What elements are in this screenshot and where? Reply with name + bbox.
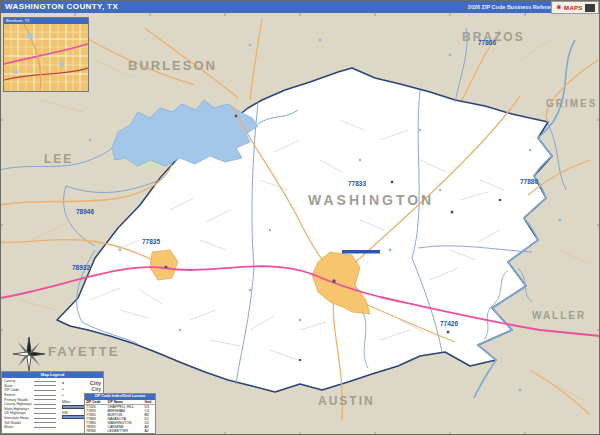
county-label-waller: WALLER	[532, 310, 586, 321]
legend-state-line	[34, 385, 56, 386]
zip-label-77866[interactable]: 77866	[478, 39, 496, 46]
legend-water-line	[34, 427, 56, 428]
scale-miles-label: Miles	[62, 400, 70, 404]
legend-item-label: Streets	[4, 393, 34, 397]
city-size-dot: ●	[62, 387, 64, 391]
zip-label-77426[interactable]: 77426	[440, 320, 458, 327]
inset-streets	[4, 24, 88, 91]
scale-km-label: KM	[62, 411, 67, 415]
city-size-dot: ●	[62, 394, 64, 397]
cell-zip: 78946	[85, 429, 107, 433]
legend-streets-line	[34, 395, 56, 396]
county-label-grimes: GRIMES	[546, 98, 597, 109]
zip-label-77833[interactable]: 77833	[348, 180, 366, 187]
legend-state-hwy-line	[34, 408, 56, 409]
legend-item-label: Interstate Hwys.	[4, 416, 34, 420]
map-page: { "header": { "title": "WASHINGTON COUNT…	[0, 0, 600, 435]
zip-code-index: ZIP Code Index/Grid Locator ZIP Code ZIP…	[84, 393, 156, 434]
legend-interstate-line	[34, 418, 56, 419]
legend-item-label: Primary Roads	[4, 398, 34, 402]
legend-item-label: Toll Roads	[4, 421, 34, 425]
map-title: WASHINGTON COUNTY, TX	[0, 2, 118, 11]
city-sample-medium: City	[92, 386, 101, 392]
legend-county-line	[34, 381, 56, 382]
legend-item-label: Water	[4, 425, 34, 429]
legend-item-label: US Highways	[4, 411, 34, 415]
brand-name: MAPS	[564, 5, 583, 11]
legend-item-label: County	[4, 379, 34, 383]
zip-index-header-row: ZIP Code ZIP Name Grid	[85, 400, 155, 405]
legend-symbol-list: County State ZIP Code Streets Primary Ro…	[2, 378, 61, 430]
compass-rose	[12, 336, 46, 372]
county-label-austin: AUSTIN	[318, 394, 375, 408]
city-size-dot: ●	[62, 381, 64, 385]
legend-item-label: ZIP Code	[4, 388, 34, 392]
city-inset-map[interactable]: Brenham, TX	[3, 17, 89, 92]
cell-name: LEDBETTER	[107, 429, 144, 433]
county-map-canvas	[0, 0, 600, 435]
legend-item-label: County Highways	[4, 402, 34, 406]
county-label-washington: WASHINGTON	[308, 192, 434, 208]
zip-label-77880[interactable]: 77880	[520, 178, 538, 185]
zip-index-row[interactable]: 77426CHAPPELL HILLD3	[85, 404, 155, 409]
legend-primary-line	[34, 399, 56, 400]
zip-index-title: ZIP Code Index/Grid Locator	[85, 394, 155, 400]
legend-item-label: State Highways	[4, 407, 34, 411]
legend-item-label: State	[4, 384, 34, 388]
brand-text-block	[585, 4, 595, 12]
business-route-bar	[342, 250, 380, 254]
zip-index-row[interactable]: 78946LEDBETTERA2	[85, 429, 155, 433]
zip-label-77835[interactable]: 77835	[142, 238, 160, 245]
legend-us-hwy-line	[34, 413, 56, 414]
county-label-fayette: FAYETTE	[48, 344, 119, 359]
cell-grid: A2	[143, 429, 155, 433]
county-label-burleson: BURLESON	[128, 58, 217, 73]
title-bar: WASHINGTON COUNTY, TX 2026 ZIP Code Busi…	[0, 0, 600, 13]
brand-burst-icon: ✷	[555, 4, 562, 12]
county-label-lee: LEE	[44, 152, 73, 166]
legend-toll-line	[34, 422, 56, 423]
brand-logo: ✷ MAPS	[551, 1, 599, 14]
zip-label-78932[interactable]: 78932	[72, 264, 90, 271]
legend-zip-line	[34, 390, 56, 391]
zip-label-78946[interactable]: 78946	[76, 208, 94, 215]
legend-county-hwy-line	[34, 404, 56, 405]
